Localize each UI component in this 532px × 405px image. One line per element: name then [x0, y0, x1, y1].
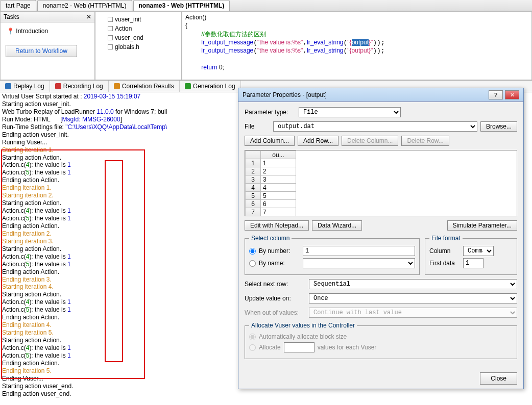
auto-allocate-radio: [249, 334, 256, 340]
tasks-title: Tasks: [4, 13, 19, 20]
table-row: 33: [246, 175, 296, 184]
parameter-data-grid[interactable]: ou... 11 22 33 44 55 66 77 88: [245, 150, 517, 216]
delete-column-button[interactable]: Delete Column...: [342, 136, 398, 146]
tree-vuser-end[interactable]: vuser_end: [98, 33, 179, 42]
when-out-select: Continue with last value: [309, 308, 517, 318]
data-wizard-button[interactable]: Data Wizard...: [312, 220, 362, 231]
simulate-parameter-button[interactable]: Simulate Parameter...: [447, 220, 517, 231]
browse-button[interactable]: Browse...: [480, 121, 517, 132]
file-label: File: [245, 123, 270, 130]
file-format-legend: File format: [429, 235, 463, 242]
allocate-radio: [249, 344, 256, 351]
add-row-button[interactable]: Add Row...: [298, 136, 338, 146]
dialog-title: Parameter Properties - [output]: [243, 91, 327, 98]
tab-correlation[interactable]: Correlation Results: [109, 81, 180, 92]
close-button[interactable]: Close: [480, 372, 517, 385]
by-name-select[interactable]: [303, 258, 415, 268]
parameter-properties-dialog: Parameter Properties - [output] ? ✕ Para…: [238, 88, 524, 389]
tab-recording-log[interactable]: Recording Log: [50, 81, 109, 92]
tasks-panel: Tasks ✕ 📍 Introduction Return to Workflo…: [0, 11, 95, 80]
file-select[interactable]: output.dat: [273, 121, 477, 132]
when-out-label: When out of values:: [245, 309, 306, 316]
tab-noname3[interactable]: noname3 - Web (HTTP/HTML): [133, 0, 230, 11]
parameter-type-label: Parameter type:: [245, 109, 296, 116]
tree-vuser-init[interactable]: vuser_init: [98, 15, 179, 24]
column-format-select[interactable]: Comma: [463, 246, 494, 256]
update-value-select[interactable]: Once: [309, 293, 517, 303]
table-row: 55: [246, 192, 296, 200]
select-next-row-select[interactable]: Sequential: [309, 279, 517, 289]
edit-notepad-button[interactable]: Edit with Notepad...: [245, 220, 309, 231]
add-column-button[interactable]: Add Column...: [245, 136, 295, 146]
allocate-legend: Allocate Vuser values in the Controller: [249, 322, 357, 329]
return-workflow-button[interactable]: Return to Workflow: [6, 45, 77, 57]
select-column-legend: Select column: [249, 235, 292, 242]
close-icon[interactable]: ✕: [505, 90, 519, 99]
close-icon[interactable]: ✕: [86, 13, 91, 20]
tab-replay-log[interactable]: Replay Log: [0, 81, 50, 92]
tree-action[interactable]: Action: [98, 24, 179, 33]
by-number-radio[interactable]: [249, 248, 256, 255]
table-row: 66: [246, 200, 296, 208]
allocate-count-input: [284, 342, 315, 352]
help-icon[interactable]: ?: [489, 90, 503, 99]
dialog-titlebar[interactable]: Parameter Properties - [output] ? ✕: [238, 88, 523, 102]
update-value-label: Update value on:: [245, 295, 306, 302]
introduction-link[interactable]: 📍 Introduction: [5, 27, 90, 36]
code-editor[interactable]: Action() { //参数化取值方法的区别 lr_output_messag…: [182, 11, 532, 80]
select-next-row-label: Select next row:: [245, 281, 306, 288]
table-row: 77: [246, 208, 296, 216]
tab-noname2[interactable]: noname2 - Web (HTTP/HTML): [37, 0, 132, 11]
script-tree: vuser_init Action vuser_end globals.h: [95, 11, 182, 80]
tab-start[interactable]: tart Page: [0, 0, 36, 11]
table-row: 88: [246, 216, 296, 217]
delete-row-button[interactable]: Delete Row...: [401, 136, 449, 146]
table-row: 44: [246, 184, 296, 192]
tab-generation[interactable]: Generation Log: [180, 81, 241, 92]
table-row: 11: [246, 159, 296, 167]
tree-globals[interactable]: globals.h: [98, 42, 179, 52]
parameter-type-select[interactable]: File: [299, 107, 401, 117]
document-tabs: tart Page noname2 - Web (HTTP/HTML) nona…: [0, 0, 532, 11]
table-row: 22: [246, 167, 296, 175]
by-name-radio[interactable]: [249, 260, 256, 267]
first-data-input[interactable]: [463, 258, 483, 268]
by-number-input[interactable]: [303, 246, 415, 256]
